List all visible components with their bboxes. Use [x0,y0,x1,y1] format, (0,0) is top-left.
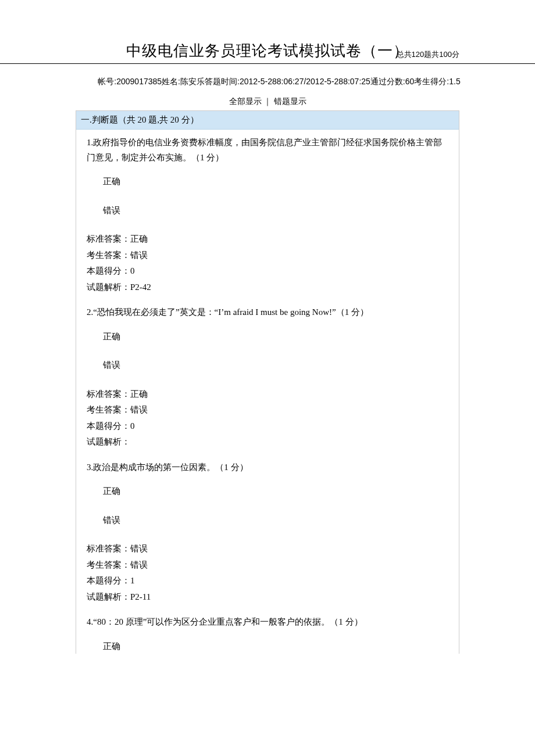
score-value: 1 [130,576,135,585]
score-label: 考生得分: [414,77,449,86]
score-value: 0 [130,266,135,275]
user-answer-label: 考生答案： [87,560,130,569]
pass-label: 通过分数: [370,77,405,86]
show-wrong-link[interactable]: 错题显示 [274,97,306,106]
option-true[interactable]: 正确 [87,484,448,499]
question-text: 3.政治是构成市场的第一位因素。（1 分） [87,460,448,475]
std-answer-label: 标准答案： [87,389,130,399]
score-value: 0 [130,421,135,431]
score-value: 1.5 [449,77,460,86]
explain-label: 试题解析： [87,437,130,446]
explain-label: 试题解析： [87,592,130,601]
name-value: 陈安乐 [180,77,205,86]
total-summary: 总共120题共100分 [397,49,459,60]
question-text: 1.政府指导价的电信业务资费标准幅度，由国务院信息产业主管部门经征求国务院价格主… [87,135,448,165]
option-true[interactable]: 正确 [87,639,448,654]
user-answer-label: 考生答案： [87,250,130,260]
question-list: 1.政府指导价的电信业务资费标准幅度，由国务院信息产业主管部门经征求国务院价格主… [76,130,459,654]
name-label: 姓名: [162,77,180,86]
option-false[interactable]: 错误 [87,513,448,528]
score-label: 本题得分： [87,421,130,431]
question-text: 4.“80：20 原理”可以作为区分企业重点客户和一般客户的依据。（1 分） [87,615,448,630]
pass-value: 60 [405,77,415,86]
explain-label: 试题解析： [87,282,130,292]
question-item: 4.“80：20 原理”可以作为区分企业重点客户和一般客户的依据。（1 分） 正… [87,615,448,654]
option-false[interactable]: 错误 [87,358,448,373]
question-item: 2.“恐怕我现在必须走了”英文是：“I’m afraid I must be g… [87,305,448,450]
explain-value: P2-11 [130,592,151,601]
show-all-link[interactable]: 全部显示 [229,97,262,106]
account-label: 帐号: [98,77,116,86]
option-true[interactable]: 正确 [87,174,448,189]
std-answer-label: 标准答案： [87,544,130,553]
std-answer-label: 标准答案： [87,234,130,243]
question-item: 3.政治是构成市场的第一位因素。（1 分） 正确 错误 标准答案：错误 考生答案… [87,460,448,605]
user-answer-value: 错误 [130,560,148,569]
option-false[interactable]: 错误 [87,203,448,218]
user-answer-label: 考生答案： [87,405,130,414]
section-header-judgment: 一.判断题（共 20 题,共 20 分） [76,111,459,130]
account-value: 2009017385 [116,77,162,86]
toggle-separator: ｜ [263,97,272,106]
explain-value: P2-42 [130,282,151,292]
user-answer-value: 错误 [130,250,148,260]
time-label: 答题时间: [205,77,240,86]
question-text: 2.“恐怕我现在必须走了”英文是：“I’m afraid I must be g… [87,305,448,320]
std-answer-value: 正确 [130,389,148,399]
score-label: 本题得分： [87,266,130,275]
question-item: 1.政府指导价的电信业务资费标准幅度，由国务院信息产业主管部门经征求国务院价格主… [87,135,448,295]
time-value: 2012-5-288:06:27/2012-5-288:07:25 [240,77,370,86]
score-label: 本题得分： [87,576,130,585]
std-answer-value: 正确 [130,234,148,243]
content-wrapper: 一.判断题（共 20 题,共 20 分） 1.政府指导价的电信业务资费标准幅度，… [76,110,459,654]
user-answer-value: 错误 [130,405,148,414]
display-toggle: 全部显示 ｜ 错题显示 [0,89,535,110]
std-answer-value: 错误 [130,544,148,553]
option-true[interactable]: 正确 [87,329,448,345]
exam-meta: 帐号:2009017385姓名:陈安乐答题时间:2012-5-288:06:27… [0,64,535,89]
page-header: 中级电信业务员理论考试模拟试卷（一） 总共120题共100分 [0,0,535,64]
